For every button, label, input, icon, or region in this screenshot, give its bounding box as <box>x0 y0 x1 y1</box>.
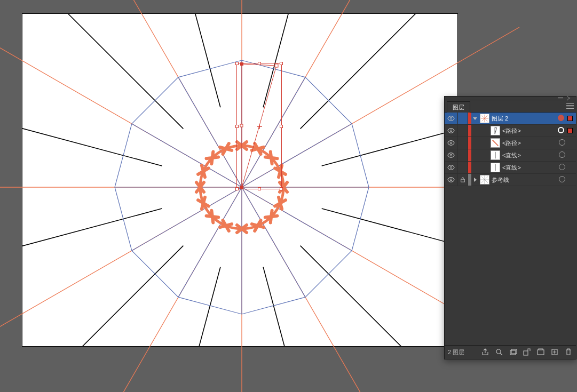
layer-row[interactable]: 参考线 <box>445 174 576 186</box>
expand-toggle[interactable] <box>482 125 489 137</box>
layer-thumbnail <box>480 114 489 123</box>
selection-indicator[interactable] <box>568 178 573 182</box>
svg-line-32 <box>178 187 242 297</box>
lock-toggle[interactable] <box>458 174 468 186</box>
panel-footer: 2 图层 <box>445 345 576 358</box>
search-icon[interactable] <box>495 348 503 356</box>
collect-icon[interactable] <box>509 348 517 356</box>
expand-toggle[interactable] <box>471 113 479 124</box>
layer-item-row[interactable]: <直线> <box>445 149 576 162</box>
visibility-toggle[interactable] <box>445 113 458 124</box>
svg-line-33 <box>132 187 242 251</box>
target-icon[interactable] <box>558 127 565 134</box>
visibility-toggle[interactable] <box>445 125 458 137</box>
new-sublayer-icon[interactable] <box>536 348 545 356</box>
layer-color-strip <box>468 162 471 173</box>
layer-row[interactable]: 图层 2 <box>445 113 576 125</box>
chevron-right-icon <box>474 178 477 182</box>
svg-point-96 <box>496 349 501 354</box>
export-icon[interactable] <box>481 348 489 356</box>
svg-line-26 <box>242 77 305 187</box>
target-icon[interactable] <box>558 115 565 122</box>
svg-line-18 <box>263 267 306 392</box>
panel-grip[interactable] <box>445 97 576 100</box>
svg-line-80 <box>482 118 485 121</box>
layers-tab[interactable]: 图层 <box>447 101 470 113</box>
lock-toggle[interactable] <box>458 125 468 137</box>
svg-line-14 <box>301 10 420 129</box>
layer-thumbnail <box>491 163 500 172</box>
svg-line-30 <box>242 187 305 297</box>
svg-line-19 <box>177 267 220 392</box>
visibility-toggle[interactable] <box>445 162 458 173</box>
layer-item-row[interactable]: <路径> <box>445 125 576 137</box>
eye-icon <box>447 176 455 183</box>
eye-icon <box>447 139 455 147</box>
svg-point-90 <box>450 179 452 181</box>
eye-icon <box>447 151 455 159</box>
collapse-icon[interactable] <box>558 97 563 99</box>
layer-count-label: 2 图层 <box>448 348 476 356</box>
eye-icon <box>447 115 455 122</box>
layer-color-strip <box>468 137 471 149</box>
layer-list[interactable]: 图层 2<路径><路径><直线><直线>参考线 <box>445 113 576 345</box>
svg-point-88 <box>450 166 452 169</box>
delete-icon[interactable] <box>564 348 573 356</box>
expand-toggle[interactable] <box>482 137 489 149</box>
svg-rect-72 <box>240 186 243 189</box>
svg-rect-73 <box>240 124 243 127</box>
visibility-toggle[interactable] <box>445 174 458 186</box>
svg-point-74 <box>450 117 452 119</box>
lock-toggle[interactable] <box>458 149 468 161</box>
layers-panel[interactable]: 图层 图层 2<路径><路径><直线><直线>参考线 2 图层 <box>444 96 576 359</box>
panel-menu-icon[interactable] <box>566 102 574 110</box>
svg-line-82 <box>482 116 485 118</box>
svg-rect-71 <box>275 64 278 67</box>
svg-point-84 <box>450 142 452 144</box>
svg-line-78 <box>485 118 487 121</box>
layer-name-label[interactable]: <路径> <box>502 127 556 135</box>
target-icon[interactable] <box>559 151 566 159</box>
target-icon[interactable] <box>559 176 566 183</box>
layer-name-label[interactable]: 参考线 <box>492 176 557 184</box>
panel-tabbar: 图层 <box>445 100 576 113</box>
layer-name-label[interactable]: <直线> <box>502 164 557 172</box>
lock-toggle[interactable] <box>458 162 468 173</box>
layer-color-strip <box>468 125 471 137</box>
expand-toggle[interactable] <box>471 174 479 186</box>
svg-line-85 <box>493 140 499 146</box>
new-layer-icon[interactable] <box>550 348 559 356</box>
svg-line-23 <box>65 10 184 129</box>
svg-line-13 <box>263 0 306 107</box>
close-icon[interactable] <box>566 97 571 99</box>
locate-icon[interactable] <box>523 348 531 356</box>
layer-name-label[interactable]: <路径> <box>502 139 557 147</box>
layer-name-label[interactable]: 图层 2 <box>492 115 556 123</box>
visibility-toggle[interactable] <box>445 149 458 161</box>
layer-item-row[interactable]: <路径> <box>445 137 576 149</box>
svg-line-27 <box>242 124 352 187</box>
eye-icon <box>447 164 455 171</box>
lock-toggle[interactable] <box>458 137 468 149</box>
expand-toggle[interactable] <box>482 149 489 161</box>
svg-rect-70 <box>240 62 243 66</box>
visibility-toggle[interactable] <box>445 137 458 149</box>
layer-thumbnail <box>491 138 500 148</box>
selection-indicator[interactable] <box>568 165 573 170</box>
svg-line-21 <box>0 209 162 252</box>
layer-item-row[interactable]: <直线> <box>445 162 576 174</box>
svg-line-17 <box>301 246 420 365</box>
selection-indicator[interactable] <box>568 153 573 157</box>
lock-icon <box>460 177 465 182</box>
layer-color-strip <box>468 149 471 161</box>
selection-indicator[interactable] <box>567 116 573 121</box>
layer-name-label[interactable]: <直线> <box>502 151 557 159</box>
lock-toggle[interactable] <box>458 113 468 124</box>
target-icon[interactable] <box>559 139 566 147</box>
expand-toggle[interactable] <box>482 162 489 173</box>
chevron-down-icon <box>473 117 477 120</box>
target-icon[interactable] <box>559 164 566 171</box>
selection-indicator[interactable] <box>567 128 573 133</box>
selection-indicator[interactable] <box>568 141 573 145</box>
svg-line-22 <box>0 122 162 166</box>
